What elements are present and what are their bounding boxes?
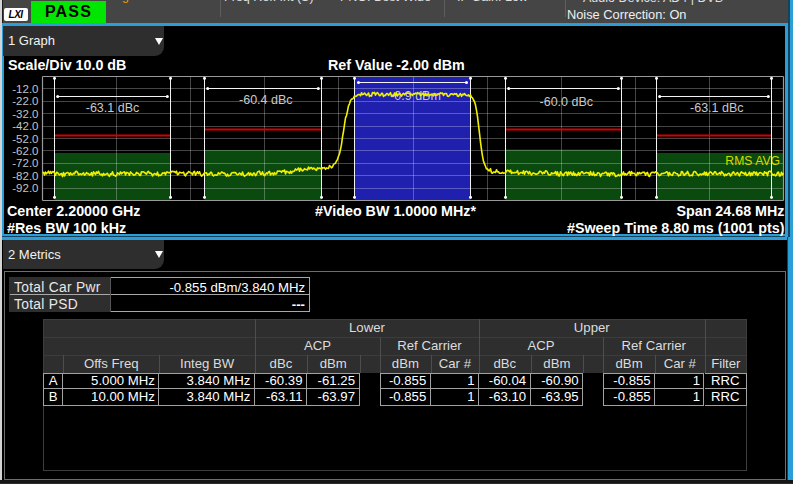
svg-text:-62.0: -62.0 bbox=[12, 145, 38, 157]
svg-text:-12.0: -12.0 bbox=[12, 83, 38, 95]
svg-text:-82.0: -82.0 bbox=[12, 170, 38, 182]
svg-text:-72.0: -72.0 bbox=[12, 157, 38, 169]
svg-text:-52.0: -52.0 bbox=[12, 133, 38, 145]
svg-text:-63.1 dBc: -63.1 dBc bbox=[86, 101, 140, 115]
svg-text:-63.1 dBc: -63.1 dBc bbox=[690, 101, 744, 115]
svg-text:-92.0: -92.0 bbox=[12, 182, 38, 194]
svg-text:-22.0: -22.0 bbox=[12, 95, 38, 107]
svg-text:-60.0 dBc: -60.0 dBc bbox=[540, 95, 594, 109]
svg-text:-42.0: -42.0 bbox=[12, 120, 38, 132]
svg-text:-60.4 dBc: -60.4 dBc bbox=[239, 93, 293, 107]
svg-text:-32.0: -32.0 bbox=[12, 108, 38, 120]
